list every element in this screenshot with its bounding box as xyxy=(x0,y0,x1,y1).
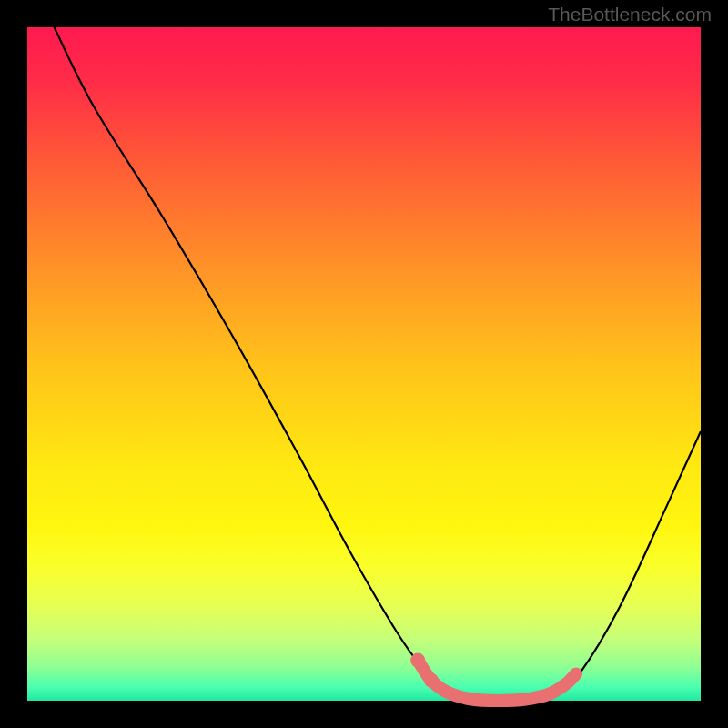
highlight-dot xyxy=(424,673,439,688)
watermark-text: TheBottleneck.com xyxy=(548,4,712,25)
chart-frame: TheBottleneck.com xyxy=(0,0,728,728)
bottleneck-chart xyxy=(0,0,728,728)
highlight-dot xyxy=(410,653,425,668)
gradient-background xyxy=(27,27,701,701)
